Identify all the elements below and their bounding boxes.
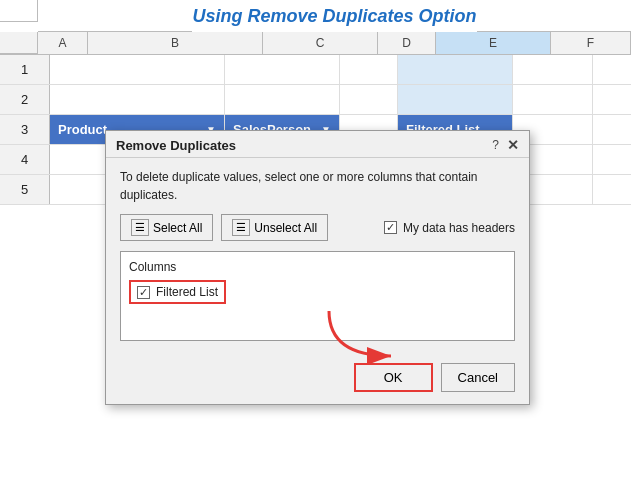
row-num-5: 5 (0, 175, 50, 204)
col-header-b: B (88, 32, 263, 54)
my-data-headers-label: My data has headers (403, 221, 515, 235)
col-header-c: C (263, 32, 378, 54)
unselect-all-label: Unselect All (254, 221, 317, 235)
red-arrow-indicator (319, 306, 409, 366)
cell-e2 (398, 85, 513, 114)
my-data-headers-row: ✓ My data has headers (384, 221, 515, 235)
unselect-all-icon: ☰ (232, 219, 250, 236)
filtered-list-column-item[interactable]: ✓ Filtered List (129, 280, 226, 304)
dialog-title: Remove Duplicates (116, 138, 236, 153)
select-all-label: Select All (153, 221, 202, 235)
cell-d1 (340, 55, 398, 84)
row-num-4: 4 (0, 145, 50, 174)
dialog-controls: ? ✕ (492, 137, 519, 153)
table-row: 1 (0, 55, 631, 85)
col-header-e: E (436, 32, 551, 54)
spreadsheet: Using Remove Duplicates Option A B C D E… (0, 0, 631, 502)
filtered-list-item-label: Filtered List (156, 285, 218, 299)
columns-box: Columns ✓ Filtered List (120, 251, 515, 341)
columns-label: Columns (129, 260, 506, 274)
sheet-title: Using Remove Duplicates Option (192, 0, 476, 32)
cell-b2 (50, 85, 225, 114)
cell-c1 (225, 55, 340, 84)
cell-e1 (398, 55, 513, 84)
row-num-1: 1 (0, 55, 50, 84)
ok-button[interactable]: OK (354, 363, 433, 392)
dialog-close-button[interactable]: ✕ (507, 137, 519, 153)
cell-d2 (340, 85, 398, 114)
col-header-f: F (551, 32, 631, 54)
dialog-description: To delete duplicate values, select one o… (120, 168, 515, 204)
unselect-all-button[interactable]: ☰ Unselect All (221, 214, 328, 241)
dialog-footer: OK Cancel (106, 363, 529, 404)
table-row: 2 (0, 85, 631, 115)
row-num-3: 3 (0, 115, 50, 144)
cancel-button[interactable]: Cancel (441, 363, 515, 392)
cell-c2 (225, 85, 340, 114)
header-spacer (0, 32, 38, 54)
cell-f1 (513, 55, 593, 84)
select-all-button[interactable]: ☰ Select All (120, 214, 213, 241)
my-data-headers-checkbox[interactable]: ✓ (384, 221, 397, 234)
col-header-a: A (38, 32, 88, 54)
column-header-row: A B C D E F (0, 32, 631, 55)
row-num-2: 2 (0, 85, 50, 114)
cell-f2 (513, 85, 593, 114)
filtered-list-checkbox[interactable]: ✓ (137, 286, 150, 299)
dialog-action-row: ☰ Select All ☰ Unselect All ✓ My data ha… (120, 214, 515, 241)
dialog-titlebar: Remove Duplicates ? ✕ (106, 131, 529, 158)
cell-b1 (50, 55, 225, 84)
select-all-icon: ☰ (131, 219, 149, 236)
col-header-d: D (378, 32, 436, 54)
corner-cell (0, 0, 38, 22)
remove-duplicates-dialog: Remove Duplicates ? ✕ To delete duplicat… (105, 130, 530, 405)
dialog-body: To delete duplicate values, select one o… (106, 158, 529, 363)
dialog-help-button[interactable]: ? (492, 138, 499, 152)
